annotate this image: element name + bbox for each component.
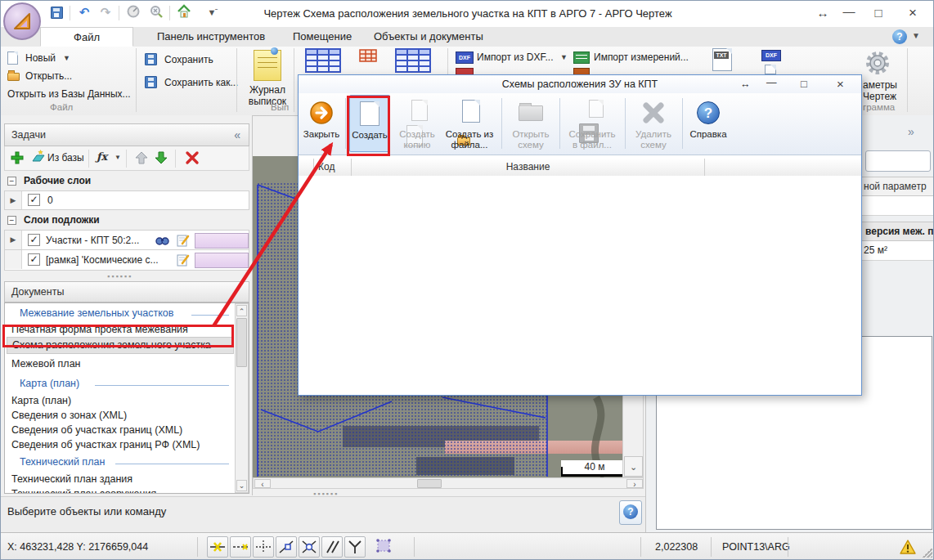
search-binoculars-icon[interactable] xyxy=(155,234,169,249)
ribbon-journal-button[interactable]: Журнал выписок xyxy=(242,48,293,109)
export-dxf-icon[interactable]: DXF xyxy=(760,48,784,76)
doc-item[interactable]: Технический план сооружения xyxy=(11,488,156,494)
snap-node-button[interactable] xyxy=(276,536,297,558)
export-txt-icon[interactable]: TXT xyxy=(709,48,742,76)
copy-pages-icon xyxy=(393,98,441,128)
scrollbar-thumb[interactable] xyxy=(417,479,442,488)
app-logo[interactable] xyxy=(3,2,41,40)
layer-visibility-checkbox[interactable]: ✓ xyxy=(28,194,40,206)
layer-color-swatch[interactable] xyxy=(195,253,249,268)
layer-color-swatch[interactable] xyxy=(195,233,249,249)
chevron-down-icon[interactable]: ▼ xyxy=(912,31,920,40)
collapse-panel-icon[interactable]: « xyxy=(234,124,240,146)
scroll-down-icon[interactable]: ⌄ xyxy=(624,456,643,477)
table-icon[interactable] xyxy=(395,48,431,75)
dialog-table-body-empty[interactable] xyxy=(299,176,861,395)
window-resize-icon[interactable]: ↔ xyxy=(811,2,835,24)
collapse-section-icon[interactable]: − xyxy=(7,177,16,186)
fx-function-button[interactable]: ƒx xyxy=(97,150,107,163)
scroll-left-icon[interactable]: ‹ xyxy=(254,479,271,488)
table-small-icon[interactable] xyxy=(359,49,377,65)
header-filler-cell xyxy=(705,159,861,176)
expand-panel-icon[interactable]: » xyxy=(908,125,914,138)
version-header-fragment: версия меж. п xyxy=(865,226,933,237)
snap-area-icon[interactable] xyxy=(375,538,393,557)
ribbon-save-button[interactable]: Сохранить xyxy=(145,52,157,68)
snap-parallel-button[interactable] xyxy=(321,536,343,558)
window-minimize-icon[interactable]: — xyxy=(837,1,861,22)
scrollbar-thumb[interactable] xyxy=(236,318,247,367)
dialog-minimize-icon[interactable]: — xyxy=(766,74,777,92)
from-db-label[interactable]: Из базы xyxy=(47,152,84,164)
chevron-down-icon[interactable]: ▼ xyxy=(115,154,121,161)
snap-nearest-button[interactable] xyxy=(230,536,251,558)
layer-visibility-checkbox[interactable]: ✓ xyxy=(28,234,40,246)
header-code-column[interactable]: Код xyxy=(314,159,352,176)
dialog-help-button[interactable]: ? Справка xyxy=(685,95,731,152)
layer-properties-icon[interactable] xyxy=(177,253,190,269)
scroll-down-icon[interactable]: ⌄ xyxy=(236,480,247,491)
snap-endpoint-button[interactable] xyxy=(207,536,228,558)
tab-objects-documents[interactable]: Объекты и документы xyxy=(354,27,503,47)
layer-visibility-checkbox[interactable]: ✓ xyxy=(28,253,40,266)
dialog-close-button[interactable]: Закрыть xyxy=(300,95,343,152)
layer-from-db-icon[interactable] xyxy=(31,150,46,167)
window-close-icon[interactable]: × xyxy=(900,2,925,24)
move-down-icon[interactable] xyxy=(154,150,168,168)
base-layer-row[interactable]: ▶ ✓ Участки - КПТ 50:2... xyxy=(4,230,249,250)
ribbon-new-button[interactable]: Новый ▼ xyxy=(7,50,18,66)
window-maximize-icon[interactable]: □ xyxy=(866,2,891,24)
add-layer-icon[interactable] xyxy=(10,150,25,168)
doc-item[interactable]: Сведения об участках границ РФ (XML) xyxy=(11,439,200,450)
dialog-title-bar[interactable]: Схемы расположения ЗУ на КПТ ↔ — □ × xyxy=(299,75,861,93)
save-icon xyxy=(145,53,157,65)
doc-item[interactable]: Межевой план xyxy=(11,358,81,370)
tasks-panel-title: Задачи xyxy=(5,129,46,141)
help-icon[interactable]: ? xyxy=(892,29,907,44)
doc-item[interactable]: Технический план здания xyxy=(11,473,132,485)
splitter-handle[interactable]: ▪▪▪▪▪▪ xyxy=(107,272,132,280)
parameter-input[interactable] xyxy=(865,150,931,172)
snap-perpendicular-button[interactable] xyxy=(344,536,366,558)
dialog-create-from-file-button[interactable]: Создать изфайла... xyxy=(442,95,496,152)
annotation-box-create-button xyxy=(347,96,390,156)
move-up-icon[interactable] xyxy=(134,150,149,168)
documents-scrollbar[interactable]: ⌃ ⌄ xyxy=(235,303,249,493)
dialog-resize-icon[interactable]: ↔ xyxy=(740,75,751,93)
snap-grid-button[interactable] xyxy=(253,536,274,558)
tasks-toolbar: Из базы ƒx ▼ xyxy=(4,146,249,171)
section-base-layers[interactable]: − Слои подложки xyxy=(4,212,249,231)
doc-item[interactable]: Карта (план) xyxy=(11,395,71,406)
snap-intersection-button[interactable] xyxy=(299,536,320,558)
tab-file[interactable]: Файл xyxy=(40,27,133,47)
sidebar: Задачи « Из базы ƒx ▼ xyxy=(1,115,253,495)
save-as-icon xyxy=(145,76,157,88)
doc-item[interactable]: Сведения об участках границ (XML) xyxy=(11,424,182,436)
table-icon[interactable] xyxy=(305,48,341,75)
tab-toolbar-panel[interactable]: Панель инструментов xyxy=(137,27,285,47)
dialog-close-icon[interactable]: × xyxy=(837,75,844,93)
page-from-folder-icon xyxy=(442,98,496,128)
help-icon: ? xyxy=(685,98,731,128)
layer-properties-icon[interactable] xyxy=(177,234,190,249)
dialog-maximize-icon[interactable]: □ xyxy=(801,75,807,93)
scale-value: 2,022308 xyxy=(655,533,698,560)
ribbon-settings-button[interactable]: аметры Чертеж xyxy=(853,47,932,107)
section-working-layers[interactable]: − Рабочие слои xyxy=(4,172,249,191)
collapse-section-icon[interactable]: − xyxy=(7,216,16,225)
warning-icon[interactable] xyxy=(899,539,917,558)
base-layer-row[interactable]: ✓ [рамка] 'Космические с... xyxy=(4,250,249,271)
scroll-up-icon[interactable]: ⌃ xyxy=(236,305,247,316)
resize-grip[interactable] xyxy=(923,548,932,558)
command-prompt-text: Выберите объекты или команду xyxy=(7,505,166,517)
ribbon-save-as-button[interactable]: Сохранить как... xyxy=(145,74,157,91)
command-help-button[interactable]: ? xyxy=(619,500,642,525)
ribbon-open-button[interactable]: Открыть... xyxy=(7,68,20,84)
header-name-column[interactable]: Название xyxy=(352,159,705,176)
scroll-right-icon[interactable]: › xyxy=(626,479,643,488)
header-indicator-cell xyxy=(299,159,314,176)
doc-item[interactable]: Сведения о зонах (XML) xyxy=(11,410,127,421)
delete-layer-icon[interactable] xyxy=(185,150,200,168)
working-layer-row[interactable]: ▶ ✓ 0 xyxy=(4,190,249,210)
map-horizontal-scrollbar[interactable]: ‹ › xyxy=(253,477,644,489)
